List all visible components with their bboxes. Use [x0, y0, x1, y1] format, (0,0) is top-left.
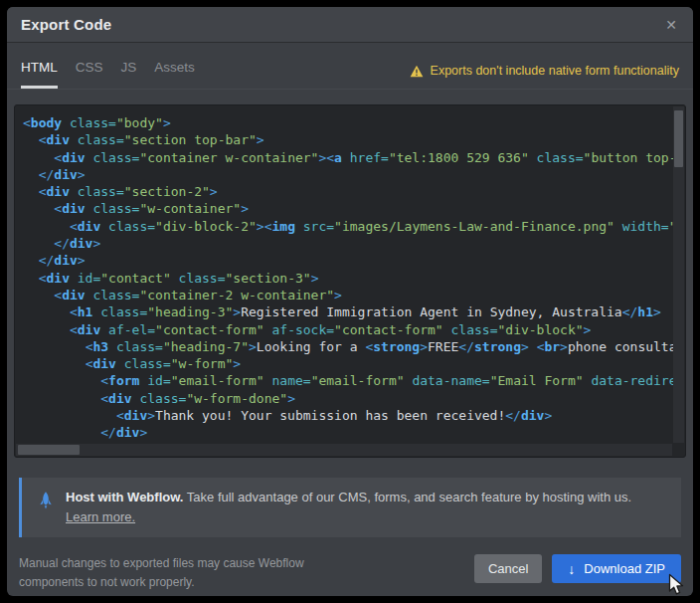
footer-buttons: Cancel ↓ Download ZIP [474, 554, 681, 583]
learn-more-link[interactable]: Learn more. [66, 509, 135, 524]
warning-icon [410, 65, 424, 78]
footer-note: Manual changes to exported files may cau… [19, 554, 304, 592]
tab-js[interactable]: JS [121, 60, 137, 89]
banner-body: Take full advantage of our CMS, forms, a… [183, 490, 631, 504]
modal-title: Export Code [21, 16, 111, 33]
banner-text: Host with Webflow. Take full advantage o… [66, 488, 631, 527]
tab-assets[interactable]: Assets [154, 60, 195, 89]
modal-header: Export Code ✕ [7, 7, 693, 43]
close-icon[interactable]: ✕ [665, 18, 677, 32]
host-with-webflow-banner: Host with Webflow. Take full advantage o… [19, 478, 681, 537]
download-label: Download ZIP [584, 561, 665, 576]
download-arrow-icon: ↓ [568, 562, 575, 576]
vertical-scrollbar[interactable] [673, 106, 684, 443]
footer-note-line2: components to not work properly. [19, 575, 195, 589]
modal-footer: Manual changes to exported files may cau… [19, 554, 681, 592]
export-code-modal: Export Code ✕ HTML CSS JS Assets Exports… [7, 7, 693, 596]
cancel-button[interactable]: Cancel [474, 554, 542, 583]
horizontal-scrollbar[interactable] [16, 444, 672, 456]
code-editor[interactable]: <body class="body"> <div class="section … [14, 104, 686, 458]
horizontal-scrollbar-thumb[interactable] [18, 445, 80, 455]
download-zip-button[interactable]: ↓ Download ZIP [552, 554, 681, 583]
tab-html[interactable]: HTML [21, 60, 58, 89]
vertical-scrollbar-thumb[interactable] [674, 110, 683, 167]
webflow-rocket-icon [36, 491, 56, 514]
export-warning: Exports don't include native form functi… [410, 64, 679, 89]
code-content[interactable]: <body class="body"> <div class="section … [15, 105, 673, 444]
tab-bar: HTML CSS JS Assets Exports don't include… [7, 43, 693, 90]
warning-text: Exports don't include native form functi… [431, 64, 679, 78]
tab-css[interactable]: CSS [76, 60, 103, 89]
banner-title: Host with Webflow. [66, 490, 183, 504]
footer-note-line1: Manual changes to exported files may cau… [19, 556, 304, 570]
